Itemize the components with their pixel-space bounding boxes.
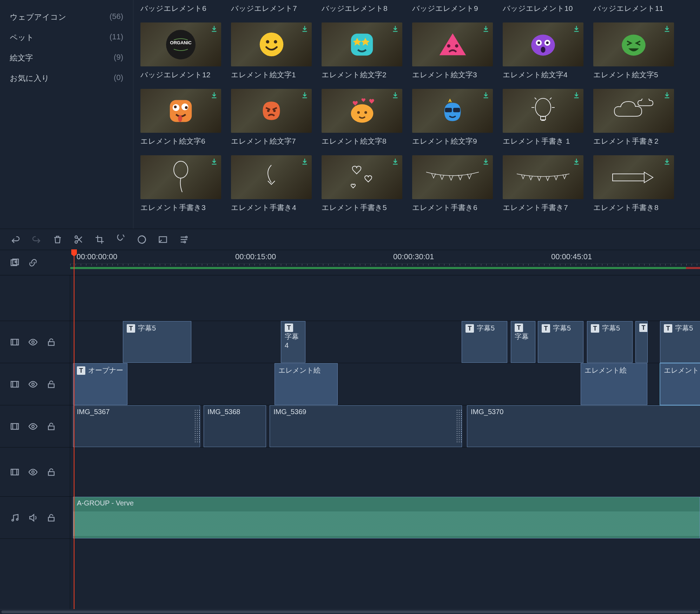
timeline-scrollbar[interactable] bbox=[0, 609, 700, 614]
download-icon[interactable] bbox=[300, 90, 310, 100]
color-icon[interactable] bbox=[137, 235, 147, 244]
asset-item[interactable]: バッジエレメント6 bbox=[140, 0, 221, 13]
clip[interactable]: IMG_5369 bbox=[270, 405, 462, 447]
download-icon[interactable] bbox=[390, 90, 400, 100]
download-icon[interactable] bbox=[662, 90, 672, 100]
clip[interactable]: Tオープナー bbox=[73, 363, 127, 405]
sidebar-item-favorites[interactable]: お気に入り(0) bbox=[0, 68, 133, 89]
filmstrip-icon[interactable] bbox=[10, 337, 20, 347]
clip[interactable]: T bbox=[635, 321, 648, 363]
asset-label: バッジエレメント9 bbox=[412, 4, 493, 13]
sidebar-item-webicons[interactable]: ウェブアイコン(56) bbox=[0, 7, 133, 27]
lock-icon[interactable] bbox=[46, 467, 56, 477]
delete-icon[interactable] bbox=[53, 235, 62, 244]
clip[interactable]: T字幕5 bbox=[462, 321, 507, 363]
clip[interactable]: T字幕5 bbox=[538, 321, 583, 363]
link-icon[interactable] bbox=[28, 258, 38, 268]
download-icon[interactable] bbox=[481, 90, 491, 100]
lock-icon[interactable] bbox=[46, 422, 56, 431]
clip[interactable]: IMG_5368 bbox=[204, 405, 266, 447]
audio-clip[interactable]: A-GROUP - Verve bbox=[73, 497, 700, 538]
asset-item[interactable]: エレメント絵文字1 bbox=[231, 22, 312, 80]
greenscreen-icon[interactable] bbox=[158, 235, 168, 244]
asset-item[interactable]: バッジエレメント9 bbox=[412, 0, 493, 13]
eye-icon[interactable] bbox=[28, 467, 38, 477]
clip[interactable]: エレメント bbox=[660, 363, 700, 405]
asset-item[interactable]: エレメント絵文字6 bbox=[140, 89, 221, 146]
asset-item[interactable]: ORGANICバッジエレメント12 bbox=[140, 22, 221, 80]
lock-icon[interactable] bbox=[46, 513, 56, 523]
redo-icon[interactable] bbox=[32, 235, 41, 244]
music-icon[interactable] bbox=[10, 513, 20, 523]
asset-item[interactable]: エレメント絵文字9 bbox=[412, 89, 493, 146]
download-icon[interactable] bbox=[209, 90, 219, 100]
clip[interactable]: T字幕5 bbox=[660, 321, 700, 363]
download-icon[interactable] bbox=[300, 157, 310, 166]
clip[interactable]: T字幕5 bbox=[123, 321, 191, 363]
speaker-icon[interactable] bbox=[28, 513, 38, 523]
download-icon[interactable] bbox=[662, 24, 672, 34]
download-icon[interactable] bbox=[481, 157, 491, 166]
download-icon[interactable] bbox=[662, 157, 672, 166]
track-header-overlay bbox=[0, 363, 70, 405]
download-icon[interactable] bbox=[572, 157, 581, 166]
lock-icon[interactable] bbox=[46, 337, 56, 347]
asset-item[interactable]: エレメント手書き2 bbox=[593, 89, 674, 146]
download-icon[interactable] bbox=[209, 157, 219, 166]
asset-item[interactable]: エレメント手書き3 bbox=[140, 155, 221, 213]
asset-item[interactable]: バッジエレメント10 bbox=[503, 0, 583, 13]
download-icon[interactable] bbox=[390, 157, 400, 166]
eye-icon[interactable] bbox=[28, 379, 38, 389]
clip[interactable]: T字幕 bbox=[511, 321, 535, 363]
asset-item[interactable]: エレメント絵文字7 bbox=[231, 89, 312, 146]
asset-item[interactable]: エレメント手書き8 bbox=[593, 155, 674, 213]
asset-item[interactable]: エレメント手書き6 bbox=[412, 155, 493, 213]
asset-item[interactable]: エレメント絵文字5 bbox=[593, 22, 674, 80]
asset-label: エレメント手書き6 bbox=[412, 203, 493, 213]
eye-icon[interactable] bbox=[28, 337, 38, 347]
clip[interactable]: エレメント絵 bbox=[581, 363, 647, 405]
asset-item[interactable]: エレメント絵文字2 bbox=[322, 22, 402, 80]
filmstrip-icon[interactable] bbox=[10, 379, 20, 389]
split-icon[interactable] bbox=[74, 235, 84, 244]
asset-item[interactable]: エレメント手書き 1 bbox=[503, 89, 583, 146]
download-icon[interactable] bbox=[572, 24, 581, 34]
settings-icon[interactable] bbox=[179, 235, 189, 244]
filmstrip-icon[interactable] bbox=[10, 422, 20, 431]
download-icon[interactable] bbox=[572, 90, 581, 100]
asset-item[interactable]: エレメント手書き7 bbox=[503, 155, 583, 213]
speed-icon[interactable] bbox=[116, 235, 126, 244]
clip[interactable]: エレメント絵 bbox=[275, 363, 338, 405]
eye-icon[interactable] bbox=[28, 422, 38, 431]
playhead[interactable] bbox=[74, 250, 74, 519]
asset-item[interactable]: エレメント手書き5 bbox=[322, 155, 402, 213]
add-media-icon[interactable] bbox=[10, 258, 20, 268]
asset-thumb bbox=[503, 89, 583, 133]
asset-item[interactable]: バッジエレメント8 bbox=[322, 0, 402, 13]
asset-item[interactable]: エレメント手書き4 bbox=[231, 155, 312, 213]
track-content[interactable]: T字幕5T字幕4T字幕5T字幕T字幕5T字幕5TT字幕5 Tオープナーエレメント… bbox=[70, 275, 700, 609]
asset-item[interactable]: バッジエレメント7 bbox=[231, 0, 312, 13]
crop-icon[interactable] bbox=[95, 235, 105, 244]
lock-icon[interactable] bbox=[46, 379, 56, 389]
clip[interactable]: IMG_5370 bbox=[467, 405, 700, 447]
clip[interactable]: T字幕4 bbox=[281, 321, 305, 363]
download-icon[interactable] bbox=[390, 24, 400, 34]
svg-rect-48 bbox=[11, 469, 19, 475]
asset-label: エレメント絵文字8 bbox=[322, 136, 402, 146]
asset-item[interactable]: エレメント絵文字3 bbox=[412, 22, 493, 80]
asset-item[interactable]: バッジエレメント11 bbox=[593, 0, 674, 13]
download-icon[interactable] bbox=[300, 24, 310, 34]
download-icon[interactable] bbox=[209, 24, 219, 34]
asset-item[interactable]: エレメント絵文字8 bbox=[322, 89, 402, 146]
clip[interactable]: T字幕5 bbox=[587, 321, 633, 363]
asset-label: エレメント手書き4 bbox=[231, 203, 312, 213]
download-icon[interactable] bbox=[481, 24, 491, 34]
filmstrip-icon[interactable] bbox=[10, 467, 20, 477]
clip[interactable]: IMG_5367 bbox=[73, 405, 200, 447]
undo-icon[interactable] bbox=[11, 235, 20, 244]
timeline-ruler[interactable]: 00:00:00:0000:00:15:0000:00:30:0100:00:4… bbox=[70, 250, 700, 275]
sidebar-item-pets[interactable]: ペット(11) bbox=[0, 27, 133, 48]
asset-item[interactable]: エレメント絵文字4 bbox=[503, 22, 583, 80]
sidebar-item-emoji[interactable]: 絵文字(9) bbox=[0, 48, 133, 68]
